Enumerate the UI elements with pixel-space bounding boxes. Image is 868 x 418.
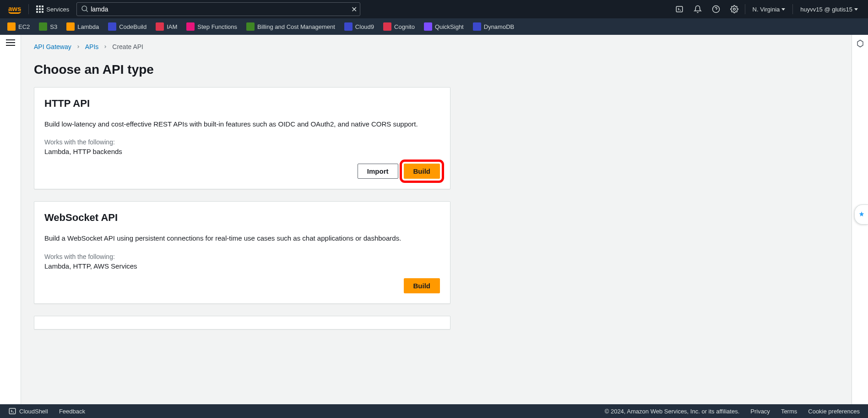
card-actions: Build [44,278,440,293]
works-with-value: Lambda, HTTP, AWS Services [44,262,440,270]
svg-point-0 [82,6,87,11]
card-description: Build low-latency and cost-effective RES… [44,119,440,129]
console-footer: CloudShell Feedback © 2024, Amazon Web S… [0,404,868,418]
help-icon[interactable] [708,1,724,17]
nav-divider [745,4,745,14]
caret-down-icon [781,8,785,11]
shortcut-codebuild[interactable]: CodeBuild [108,22,146,31]
works-with-label: Works with the following: [44,138,440,146]
aws-logo[interactable]: aws [5,5,24,14]
service-icon [424,22,432,31]
footer-link-privacy[interactable]: Privacy [750,408,770,415]
caret-down-icon [854,8,858,11]
shortcut-label: DynamoDB [484,23,514,30]
left-rail [0,35,21,404]
footer-link-terms[interactable]: Terms [781,408,797,415]
service-icon [473,22,481,31]
service-icon [186,22,195,31]
nav-right: N. Virginia huyvv15 @ glutis15 [672,1,863,17]
shortcut-billing-and-cost-management[interactable]: Billing and Cost Management [246,22,335,31]
side-nav-toggle[interactable] [6,39,15,46]
footer-cloudshell[interactable]: CloudShell [8,407,48,415]
page-title: Choose an API type [34,62,839,77]
service-icon [383,22,391,31]
shortcut-quicksight[interactable]: QuickSight [424,22,464,31]
search-input[interactable] [77,6,360,13]
services-grid-icon [36,6,43,13]
services-menu[interactable]: Services [33,4,72,15]
footer-cloudshell-label: CloudShell [19,408,48,415]
svg-marker-7 [857,40,863,47]
card-actions: ImportBuild [44,164,440,179]
card-title: HTTP API [44,98,440,110]
tools-panel-toggle[interactable] [856,39,864,49]
settings-icon[interactable] [727,1,742,17]
account-label: huyvv15 @ glutis15 [800,6,852,13]
service-shortcut-bar: EC2S3LambdaCodeBuildIAMStep FunctionsBil… [0,18,868,35]
build-button[interactable]: Build [404,278,440,293]
main-content: API GatewayAPIsCreate API Choose an API … [21,35,852,404]
shortcut-label: Cloud9 [355,23,374,30]
shortcut-label: EC2 [18,23,30,30]
works-with-label: Works with the following: [44,253,440,260]
services-label: Services [46,6,69,13]
shortcut-s3[interactable]: S3 [39,22,57,31]
api-type-card [34,316,450,330]
api-type-card: HTTP API Build low-latency and cost-effe… [34,87,450,189]
build-button[interactable]: Build [404,164,440,179]
card-title: WebSocket API [44,212,440,224]
card-description: Build a WebSocket API using persistent c… [44,233,440,243]
svg-line-1 [87,10,88,11]
workspace: API GatewayAPIsCreate API Choose an API … [0,35,868,404]
shortcut-label: CodeBuild [119,23,146,30]
aws-logo-text: aws [8,5,21,14]
shortcut-label: QuickSight [435,23,464,30]
breadcrumb-item[interactable]: API Gateway [34,43,71,50]
api-type-card: WebSocket API Build a WebSocket API usin… [34,201,450,303]
works-with-value: Lambda, HTTP backends [44,148,440,155]
footer-link-cookies[interactable]: Cookie preferences [808,408,860,415]
notifications-icon[interactable] [690,1,705,17]
shortcut-step-functions[interactable]: Step Functions [186,22,237,31]
nav-divider [28,4,29,14]
footer-copyright: © 2024, Amazon Web Services, Inc. or its… [605,408,740,415]
breadcrumb-item: Create API [112,43,143,50]
svg-point-6 [733,8,735,11]
assistant-tab[interactable] [854,204,868,225]
shortcut-lambda[interactable]: Lambda [66,22,99,31]
breadcrumb: API GatewayAPIsCreate API [34,43,839,50]
breadcrumb-item[interactable]: APIs [85,43,99,50]
region-label: N. Virginia [753,6,780,13]
shortcut-label: Billing and Cost Management [257,23,335,30]
shortcut-ec2[interactable]: EC2 [7,22,30,31]
service-icon [7,22,16,31]
search-clear-icon[interactable]: ✕ [351,5,357,14]
search-icon [81,5,89,14]
import-button[interactable]: Import [358,164,398,179]
shortcut-iam[interactable]: IAM [156,22,177,31]
global-nav: aws Services ✕ N. Virginia huyvv15 [0,0,868,18]
shortcut-label: Lambda [77,23,99,30]
nav-divider [792,4,793,14]
service-icon [156,22,164,31]
footer-left: CloudShell Feedback [8,407,85,415]
footer-right: © 2024, Amazon Web Services, Inc. or its… [605,408,860,415]
shortcut-label: IAM [167,23,177,30]
region-selector[interactable]: N. Virginia [748,6,790,13]
footer-feedback[interactable]: Feedback [59,408,85,415]
service-icon [39,22,47,31]
breadcrumb-separator [103,43,108,50]
service-icon [246,22,255,31]
cloudshell-icon[interactable] [672,1,687,17]
shortcut-cognito[interactable]: Cognito [383,22,415,31]
shortcut-dynamodb[interactable]: DynamoDB [473,22,514,31]
service-icon [66,22,75,31]
shortcut-label: Cognito [394,23,415,30]
service-icon [344,22,353,31]
global-search[interactable]: ✕ [76,2,360,16]
shortcut-label: S3 [50,23,57,30]
shortcut-cloud9[interactable]: Cloud9 [344,22,374,31]
shortcut-label: Step Functions [197,23,237,30]
account-menu[interactable]: huyvv15 @ glutis15 [796,6,863,13]
breadcrumb-separator [76,43,81,50]
